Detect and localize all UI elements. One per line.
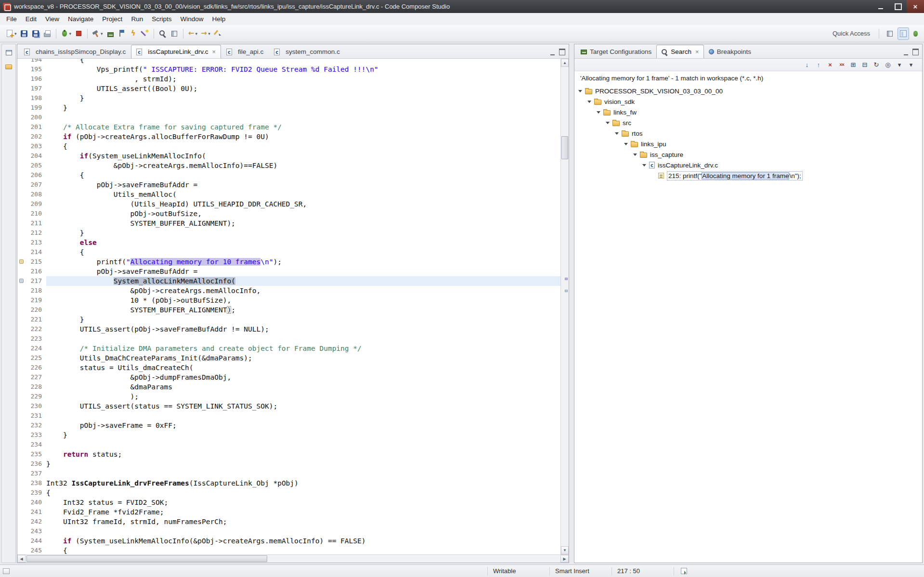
expand-arrow-icon[interactable] [597,111,600,114]
flag-button[interactable] [116,27,128,40]
code-line-231[interactable]: 231 [17,411,560,421]
code-line-223[interactable]: 223 [17,334,560,344]
code-line-204[interactable]: 204 if(System_useLinkMemAllocInfo( [17,151,560,161]
code-line-208[interactable]: 208 Utils_memAlloc( [17,190,560,199]
debug-button[interactable]: ▾ [59,27,73,40]
project-explorer-button[interactable] [3,62,14,72]
code-line-233[interactable]: 233 } [17,430,560,440]
ccs-debug-perspective-button[interactable] [911,27,920,40]
maximize-editor-button[interactable] [557,48,567,56]
editor-tab-issCaptureLink_drv.c[interactable]: issCaptureLink_drv.c× [131,45,221,58]
close-tab-icon[interactable]: × [695,48,699,55]
menu-navigate[interactable]: Navigate [64,14,98,24]
close-tab-icon[interactable]: × [212,48,216,55]
expand-arrow-icon[interactable] [624,143,628,145]
scroll-left-arrow[interactable]: ◀ [17,555,26,563]
open-resource-button[interactable] [169,27,180,40]
ccs-edit-perspective-button[interactable] [898,27,909,40]
code-line-230[interactable]: 230 UTILS_assert(status == SYSTEM_LINK_S… [17,401,560,411]
tree-item-links_fw[interactable]: links_fw [574,107,922,117]
code-line-239[interactable]: 239{ [17,488,560,498]
tree-item-PROCESSOR_SDK_VISION_03_03_00_00[interactable]: PROCESSOR_SDK_VISION_03_03_00_00 [574,86,922,96]
back-button[interactable]: ←▾ [186,27,199,40]
code-line-226[interactable]: 226 status = Utils_dmaCreateCh( [17,363,560,372]
background-task-icon[interactable] [681,568,687,574]
scroll-down-arrow[interactable]: ▼ [561,546,569,554]
vertical-scroll-track[interactable] [561,67,569,546]
vertical-scrollbar[interactable]: ▲ ▼ [560,59,569,554]
code-line-194[interactable]: 194 { [17,59,560,64]
code-viewport[interactable]: 194 {195 Vps_printf(" ISSCAPTURE: ERROR:… [17,59,560,554]
code-line-195[interactable]: 195 Vps_printf(" ISSCAPTURE: ERROR: FVID… [17,64,560,74]
code-line-206[interactable]: 206 { [17,170,560,180]
code-line-215[interactable]: 215 printf("Allocating memory for 10 fra… [17,257,560,267]
expand-arrow-icon[interactable] [587,101,591,103]
menu-window[interactable]: Window [176,14,208,24]
scroll-right-arrow[interactable]: ▶ [560,555,569,563]
code-line-196[interactable]: 196 , strmId); [17,74,560,84]
code-line-213[interactable]: 213 else [17,238,560,247]
new-button[interactable]: ▾ [4,27,18,40]
code-line-218[interactable]: 218 &pObj->createArgs.memAllocInfo, [17,286,560,295]
open-perspective-button[interactable] [884,27,896,40]
code-line-219[interactable]: 219 10 * (pObj->outBufSize), [17,295,560,305]
code-line-207[interactable]: 207 pObj->saveFrameBufAddr = [17,180,560,190]
code-line-221[interactable]: 221 } [17,315,560,324]
remove-all-matches-button[interactable]: ×× [836,60,847,70]
previous-searches-button[interactable]: ▾ [894,60,905,70]
wand-button[interactable] [139,27,151,40]
search-button[interactable] [157,27,169,40]
overview-search-mark[interactable] [565,278,568,280]
menu-help[interactable]: Help [208,14,230,24]
code-line-200[interactable]: 200 [17,113,560,122]
restore-view-button[interactable] [3,47,14,58]
code-line-201[interactable]: 201 /* Allocate Extra frame for saving c… [17,122,560,132]
code-line-212[interactable]: 212 } [17,228,560,238]
expand-arrow-icon[interactable] [633,154,637,156]
code-line-198[interactable]: 198 } [17,93,560,103]
code-line-217[interactable]: 217 System_allocLinkMemAllocInfo( [17,276,560,286]
expand-arrow-icon[interactable] [615,132,619,135]
code-line-238[interactable]: 238Int32 IssCaptureLink_drvFreeFrames(Is… [17,478,560,488]
remove-selected-matches-button[interactable]: × [825,60,835,70]
code-line-205[interactable]: 205 &pObj->createArgs.memAllocInfo)==FAL… [17,161,560,170]
expand-arrow-icon[interactable] [578,90,582,92]
view-menu-button[interactable]: ▾ [906,60,916,70]
expand-all-button[interactable]: ⊞ [848,60,859,70]
menu-scripts[interactable]: Scripts [147,14,176,24]
editor-tab-chains_issIspSimcop_Display.c[interactable]: chains_issIspSimcop_Display.c [19,45,131,58]
run-search-again-button[interactable]: ↻ [871,60,882,70]
overview-occurrence-mark[interactable] [565,290,568,292]
tree-item-src[interactable]: src [574,117,922,128]
code-line-245[interactable]: 245 { [17,546,560,554]
view-tab-target-configurations[interactable]: Target Configurations [576,45,656,58]
maximize-button[interactable] [889,0,907,13]
editor-tab-file_api.c[interactable]: file_api.c [221,45,269,58]
code-line-222[interactable]: 222 UTILS_assert(pObj->saveFrameBufAddr … [17,324,560,334]
maximize-view-button[interactable] [911,48,920,56]
status-corner-icon[interactable] [3,568,10,574]
code-line-197[interactable]: 197 UTILS_assert((Bool) 0U); [17,84,560,93]
code-editor[interactable]: 194 {195 Vps_printf(" ISSCAPTURE: ERROR:… [17,59,569,554]
horizontal-scroll-thumb[interactable] [26,555,267,562]
menu-view[interactable]: View [41,14,64,24]
minimize-button[interactable] [872,0,889,13]
code-line-244[interactable]: 244 if (System_useLinkMemAllocInfo(&pObj… [17,536,560,546]
expand-arrow-icon[interactable] [642,164,646,167]
code-line-214[interactable]: 214 { [17,247,560,257]
menu-edit[interactable]: Edit [21,14,41,24]
code-line-232[interactable]: 232 pObj->saveFrame = 0xFF; [17,421,560,430]
new-target-configuration-button[interactable] [104,27,116,40]
tree-item-match[interactable]: 215: printf("Allocating memory for 1 fra… [574,170,922,181]
code-line-236[interactable]: 236} [17,459,560,469]
menu-project[interactable]: Project [98,14,127,24]
code-line-243[interactable]: 243 [17,526,560,536]
tree-item-iss_capture[interactable]: iss_capture [574,149,922,160]
save-button[interactable] [18,27,30,40]
print-button[interactable] [41,27,53,40]
expand-arrow-icon[interactable] [606,122,610,124]
code-line-224[interactable]: 224 /* Initialize DMA parameters and cre… [17,344,560,353]
code-line-227[interactable]: 227 &pObj->dumpFramesDmaObj, [17,372,560,382]
last-edit-location-button[interactable] [212,27,223,40]
minimize-view-button[interactable] [901,48,911,56]
